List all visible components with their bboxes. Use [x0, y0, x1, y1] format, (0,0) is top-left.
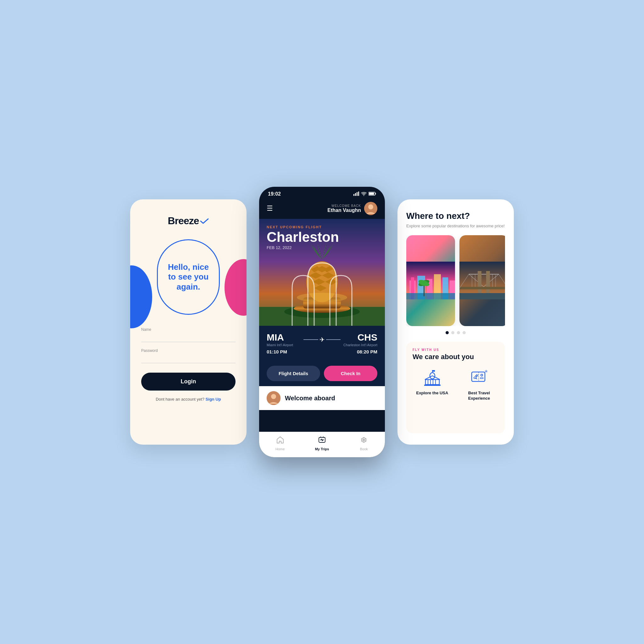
arrival-airport: CHS Charleston Int'l Airport	[341, 332, 377, 347]
carousel-indicators	[406, 331, 505, 334]
bottom-nav: Home My Trips Book	[259, 432, 385, 457]
no-account-text: Dont have an account yet?	[156, 397, 204, 402]
svg-point-9	[368, 204, 373, 209]
plane-icon: ✈	[319, 336, 325, 343]
blob-pink-decoration	[225, 259, 247, 316]
hero-text-overlay: NEXT UPCOMING FLIGHT Charleston FEB 12, …	[259, 219, 347, 256]
welcome-aboard-text: Welcome aboard	[285, 395, 335, 402]
password-input[interactable]	[141, 354, 236, 360]
arrival-code: CHS	[341, 332, 377, 343]
capitol-icon	[422, 367, 442, 387]
svg-rect-3	[358, 192, 359, 196]
svg-rect-54	[432, 370, 435, 372]
time-display: 19:02	[268, 191, 281, 197]
welcome-back-label: WELCOME BACK	[327, 204, 361, 208]
destinations-subtitle: Explore some popular destinations for aw…	[406, 223, 505, 229]
travel-icon-box	[468, 366, 490, 388]
flight-info-section: MIA Miami Int'l Airport ✈ CHS Charleston…	[259, 326, 385, 361]
action-buttons: Flight Details Check In	[259, 361, 385, 386]
svg-rect-36	[478, 271, 481, 293]
dot-2[interactable]	[451, 331, 454, 334]
destination-name: Charleston	[267, 230, 339, 244]
status-icons	[353, 192, 376, 197]
ticket-plane-icon	[469, 367, 489, 387]
departure-name: Miami Int'l Airport	[267, 343, 303, 347]
hello-message: Hello, nice to see you again.	[164, 262, 213, 292]
care-section: FLY WITH US We care about you	[406, 342, 505, 433]
breeze-check-icon	[200, 218, 209, 224]
avatar	[364, 202, 377, 215]
right-card: Where to next? Explore some popular dest…	[397, 199, 514, 445]
battery-icon	[369, 192, 376, 197]
departure-airport: MIA Miami Int'l Airport	[267, 332, 303, 347]
nyc-card-image	[459, 235, 505, 326]
user-name-block: WELCOME BACK Ethan Vaughn	[327, 204, 361, 213]
care-item-travel: Best Travel Experience	[459, 366, 499, 401]
login-card: Breeze Hello, nice to see you again. Nam…	[130, 199, 247, 445]
blob-blue-decoration	[130, 265, 152, 328]
book-label: Book	[360, 447, 368, 451]
name-label: Name	[141, 327, 236, 332]
usa-icon-box	[421, 366, 443, 388]
name-field-container: Name	[141, 327, 236, 342]
dot-4[interactable]	[463, 331, 466, 334]
svg-rect-2	[357, 192, 358, 196]
arrival-time: 08:20 PM	[357, 349, 377, 354]
check-in-button[interactable]: Check In	[324, 366, 377, 381]
login-form: Name Password Login Dont have an account…	[141, 327, 236, 402]
flight-details-button[interactable]: Flight Details	[267, 366, 320, 381]
name-input[interactable]	[141, 333, 236, 339]
sign-up-link[interactable]: Sign Up	[206, 397, 221, 402]
svg-rect-1	[355, 193, 356, 196]
my-trips-icon	[318, 436, 326, 446]
user-name: Ethan Vaughn	[327, 208, 361, 213]
svg-point-4	[364, 195, 364, 196]
signup-prompt: Dont have an account yet? Sign Up	[141, 397, 236, 402]
care-title: We care about you	[413, 353, 499, 361]
destination-cards-row: SLC - JFK Salt Lake City to Miami Fares …	[406, 235, 505, 326]
welcome-section: Welcome aboard	[259, 386, 385, 410]
airports-row: MIA Miami Int'l Airport ✈ CHS Charleston…	[267, 332, 377, 347]
dest-card-nyc: SLC - JFK Salt Lake to Miami Fares From …	[459, 235, 505, 326]
arrival-name: Charleston Int'l Airport	[341, 343, 377, 347]
login-button[interactable]: Login	[141, 373, 236, 391]
svg-rect-46	[425, 380, 439, 385]
care-item-usa: Explore the USA	[413, 366, 452, 401]
miami-card-image	[406, 235, 455, 326]
svg-rect-58	[480, 378, 483, 379]
fly-with-us-label: FLY WITH US	[413, 348, 499, 352]
flight-arrow: ✈	[303, 336, 340, 343]
svg-point-18	[271, 394, 276, 399]
dest-card-miami: SLC - JFK Salt Lake City to Miami Fares …	[406, 235, 455, 326]
my-trips-label: My Trips	[315, 447, 329, 451]
nav-home[interactable]: Home	[259, 436, 301, 451]
password-field-container: Password	[141, 348, 236, 363]
app-header: ☰ WELCOME BACK Ethan Vaughn	[259, 199, 385, 219]
times-row: 01:10 PM 08:20 PM	[267, 349, 377, 354]
where-next-title: Where to next?	[406, 211, 505, 221]
miami-art	[406, 262, 455, 299]
nav-my-trips[interactable]: My Trips	[301, 436, 343, 451]
dot-1[interactable]	[446, 331, 449, 334]
next-flight-label: NEXT UPCOMING FLIGHT	[267, 225, 339, 229]
welcome-avatar	[267, 391, 280, 405]
breeze-logo-text: Breeze	[168, 215, 199, 227]
breeze-logo: Breeze	[168, 215, 209, 227]
nav-book[interactable]: Book	[343, 436, 385, 451]
flight-date: FEB 12, 2022	[267, 245, 339, 250]
nyc-art	[459, 262, 505, 299]
svg-rect-38	[459, 287, 505, 289]
user-info: WELCOME BACK Ethan Vaughn	[327, 202, 377, 215]
svg-rect-37	[486, 271, 490, 293]
dot-3[interactable]	[457, 331, 460, 334]
hero-section: NEXT UPCOMING FLIGHT Charleston FEB 12, …	[259, 219, 385, 326]
svg-rect-39	[459, 293, 505, 299]
svg-rect-51	[424, 385, 441, 386]
svg-point-57	[481, 374, 483, 376]
home-icon	[276, 436, 284, 446]
departure-time: 01:10 PM	[267, 349, 287, 354]
menu-button[interactable]: ☰	[267, 204, 273, 213]
care-icons-row: Explore the USA	[413, 366, 499, 401]
svg-rect-28	[406, 293, 455, 299]
svg-rect-0	[353, 194, 354, 196]
